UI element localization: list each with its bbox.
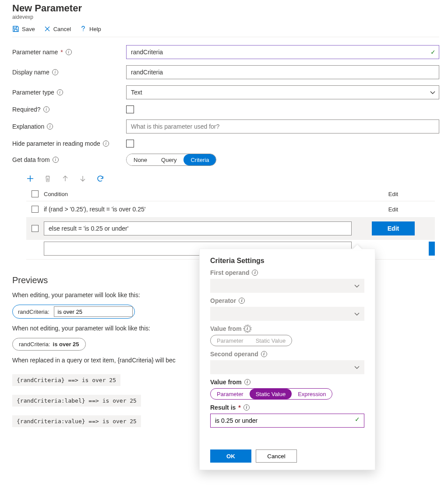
delete-icon[interactable] — [44, 175, 52, 183]
page-subtitle: aidevexp — [12, 14, 439, 20]
criteria-toolbar — [12, 166, 439, 187]
chevron-down-icon — [354, 364, 360, 370]
info-icon[interactable]: i — [66, 49, 72, 55]
second-operand-label: Second operandi — [210, 351, 364, 358]
parameter-type-label: Parameter type — [12, 89, 54, 96]
info-icon[interactable]: i — [57, 89, 63, 95]
chip-label: randCriteria: — [19, 341, 50, 348]
first-operand-label: First operandi — [210, 269, 364, 276]
arrow-down-icon[interactable] — [79, 175, 87, 183]
row-checkbox[interactable] — [32, 225, 39, 232]
edit-stub[interactable] — [429, 242, 435, 256]
chip-value-input[interactable] — [54, 306, 133, 317]
info-icon[interactable]: i — [244, 326, 250, 332]
result-is-input[interactable] — [210, 414, 364, 428]
first-operand-select[interactable] — [210, 279, 364, 293]
info-icon[interactable]: i — [43, 106, 49, 112]
previews-section: Previews When editing, your parameter wi… — [12, 275, 209, 432]
pill-criteria[interactable]: Criteria — [183, 154, 216, 165]
page-header: New Parameter aidevexp — [12, 0, 439, 20]
pill-static-value[interactable]: Static Value — [250, 389, 292, 399]
preview-readonly-text: When not editing, your parameter will lo… — [12, 325, 209, 332]
pill-query[interactable]: Query — [154, 154, 183, 165]
pill-expression[interactable]: Expression — [292, 389, 332, 399]
edit-link[interactable]: Edit — [352, 206, 435, 213]
hide-reading-checkbox[interactable] — [126, 140, 134, 147]
column-header-edit: Edit — [352, 191, 435, 197]
help-icon — [80, 25, 87, 32]
preview-editing-chip: randCriteria: — [12, 305, 135, 319]
previews-heading: Previews — [12, 275, 209, 285]
display-name-input[interactable] — [126, 65, 439, 79]
parameter-name-label: Parameter name — [12, 49, 58, 56]
required-checkbox[interactable] — [126, 105, 134, 113]
pill-parameter[interactable]: Parameter — [211, 389, 250, 399]
table-row: Edit — [26, 217, 435, 240]
chip-label: randCriteria: — [18, 309, 49, 315]
condition-input[interactable] — [44, 221, 352, 235]
code-preview: {randCriteria:label} ==> is over 25 — [12, 395, 141, 407]
table-row: if (rand > '0.25'), result = 'is over 0.… — [26, 201, 435, 217]
value-from-2-label: Value fromi — [210, 379, 364, 386]
pill-parameter[interactable]: Parameter — [211, 335, 250, 346]
get-data-from-label: Get data from — [12, 156, 50, 163]
value-from-1-label: Value fromi — [210, 325, 364, 332]
close-icon — [44, 25, 51, 32]
info-icon[interactable]: i — [53, 157, 59, 163]
get-data-from-toggle: None Query Criteria — [126, 154, 216, 166]
check-icon: ✓ — [430, 49, 436, 56]
add-icon[interactable] — [26, 175, 34, 183]
value-from-1-toggle: Parameter Static Value — [210, 335, 292, 346]
code-preview: {randCriteria} ==> is over 25 — [12, 374, 120, 386]
criteria-settings-popup: Criteria Settings First operandi Operato… — [199, 249, 375, 449]
form: Parameter name * i ✓ Display name i Para… — [12, 45, 439, 166]
chip-value: is over 25 — [53, 341, 79, 348]
chevron-down-icon — [354, 283, 360, 289]
info-icon[interactable]: i — [252, 270, 258, 276]
info-icon[interactable]: i — [52, 69, 58, 75]
preview-readonly-chip: randCriteria: is over 25 — [12, 338, 86, 351]
info-icon[interactable]: i — [243, 404, 250, 411]
select-all-checkbox[interactable] — [32, 190, 39, 197]
code-preview: {randCriteria:value} ==> is over 25 — [12, 415, 141, 427]
parameter-name-input[interactable] — [126, 45, 439, 59]
column-header-condition: Condition — [44, 191, 352, 197]
info-icon[interactable]: i — [244, 379, 250, 385]
help-button[interactable]: Help — [80, 25, 101, 32]
value-from-2-toggle: Parameter Static Value Expression — [210, 388, 332, 400]
info-icon[interactable]: i — [261, 351, 267, 357]
chevron-down-icon — [354, 311, 360, 317]
pill-static-value[interactable]: Static Value — [250, 335, 292, 346]
preview-replaced-text: When replaced in a query or text item, {… — [12, 357, 209, 364]
explanation-input[interactable] — [126, 119, 439, 133]
cancel-button[interactable]: Cancel — [44, 25, 71, 32]
info-icon[interactable]: i — [239, 298, 245, 304]
popup-title: Criteria Settings — [210, 257, 364, 265]
preview-editing-text: When editing, your parameter will look l… — [12, 291, 209, 298]
operator-label: Operatori — [210, 297, 364, 304]
pill-none[interactable]: None — [127, 154, 154, 165]
parameter-type-select[interactable] — [126, 85, 439, 99]
refresh-icon[interactable] — [96, 175, 104, 183]
info-icon[interactable]: i — [103, 140, 109, 147]
hide-reading-label: Hide parameter in reading mode — [12, 140, 100, 147]
row-checkbox[interactable] — [32, 206, 39, 213]
condition-text: if (rand > '0.25'), result = 'is over 0.… — [44, 206, 352, 213]
arrow-up-icon[interactable] — [61, 175, 69, 183]
required-label: Required? — [12, 106, 41, 113]
save-button[interactable]: Save — [12, 25, 35, 32]
check-icon: ✓ — [355, 416, 360, 423]
explanation-label: Explanation — [12, 123, 44, 130]
operator-select[interactable] — [210, 307, 364, 321]
info-icon[interactable]: i — [47, 123, 53, 130]
edit-button[interactable]: Edit — [372, 221, 415, 235]
save-icon — [12, 25, 19, 32]
toolbar: Save Cancel Help — [12, 20, 439, 37]
result-is-label: Result is*i — [210, 404, 364, 411]
display-name-label: Display name — [12, 69, 49, 76]
second-operand-select[interactable] — [210, 360, 364, 374]
page-title: New Parameter — [12, 3, 439, 14]
